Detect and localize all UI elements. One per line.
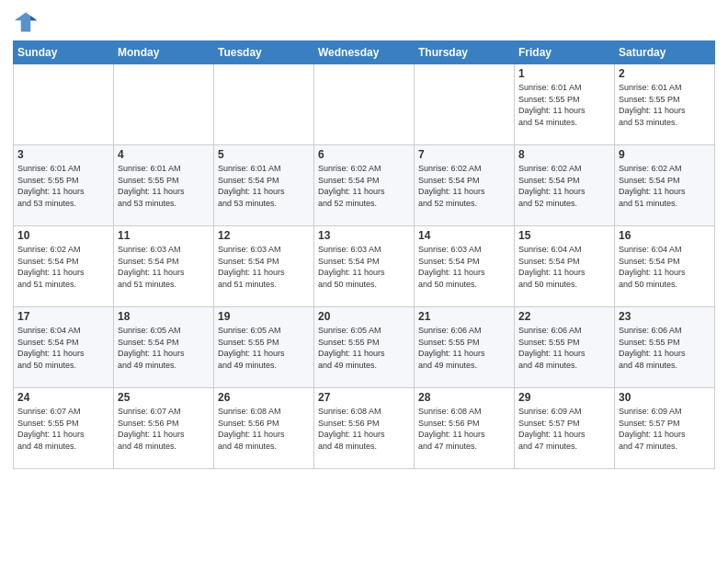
calendar-cell: 8Sunrise: 6:02 AM Sunset: 5:54 PM Daylig… xyxy=(515,145,615,226)
calendar-cell: 29Sunrise: 6:09 AM Sunset: 5:57 PM Dayli… xyxy=(515,388,615,469)
day-info: Sunrise: 6:01 AM Sunset: 5:55 PM Dayligh… xyxy=(619,82,711,128)
weekday-header: Wednesday xyxy=(314,41,415,64)
day-info: Sunrise: 6:03 AM Sunset: 5:54 PM Dayligh… xyxy=(418,244,510,290)
calendar-cell: 20Sunrise: 6:05 AM Sunset: 5:55 PM Dayli… xyxy=(314,307,415,388)
calendar-cell: 11Sunrise: 6:03 AM Sunset: 5:54 PM Dayli… xyxy=(114,226,214,307)
day-number: 4 xyxy=(118,148,210,161)
day-number: 15 xyxy=(518,229,610,242)
day-info: Sunrise: 6:03 AM Sunset: 5:54 PM Dayligh… xyxy=(318,244,410,290)
day-number: 12 xyxy=(218,229,310,242)
calendar-cell xyxy=(415,64,515,145)
calendar-cell: 22Sunrise: 6:06 AM Sunset: 5:55 PM Dayli… xyxy=(515,307,615,388)
day-info: Sunrise: 6:08 AM Sunset: 5:56 PM Dayligh… xyxy=(318,406,410,452)
day-number: 2 xyxy=(619,67,711,80)
day-info: Sunrise: 6:04 AM Sunset: 5:54 PM Dayligh… xyxy=(619,244,711,290)
calendar-cell: 15Sunrise: 6:04 AM Sunset: 5:54 PM Dayli… xyxy=(515,226,615,307)
day-info: Sunrise: 6:04 AM Sunset: 5:54 PM Dayligh… xyxy=(17,325,109,371)
weekday-header: Monday xyxy=(114,41,214,64)
day-number: 23 xyxy=(619,310,711,323)
day-info: Sunrise: 6:01 AM Sunset: 5:55 PM Dayligh… xyxy=(118,163,210,209)
day-info: Sunrise: 6:02 AM Sunset: 5:54 PM Dayligh… xyxy=(619,163,711,209)
day-info: Sunrise: 6:01 AM Sunset: 5:54 PM Dayligh… xyxy=(218,163,310,209)
day-number: 29 xyxy=(518,391,610,404)
day-number: 18 xyxy=(118,310,210,323)
calendar-cell: 19Sunrise: 6:05 AM Sunset: 5:55 PM Dayli… xyxy=(214,307,314,388)
day-number: 16 xyxy=(619,229,711,242)
day-number: 5 xyxy=(218,148,310,161)
day-number: 19 xyxy=(218,310,310,323)
calendar-cell xyxy=(314,64,415,145)
calendar-header-row: SundayMondayTuesdayWednesdayThursdayFrid… xyxy=(14,41,715,64)
day-number: 20 xyxy=(318,310,410,323)
header xyxy=(13,9,715,35)
day-number: 26 xyxy=(218,391,310,404)
day-info: Sunrise: 6:09 AM Sunset: 5:57 PM Dayligh… xyxy=(518,406,610,452)
day-number: 25 xyxy=(118,391,210,404)
day-number: 7 xyxy=(418,148,510,161)
day-info: Sunrise: 6:07 AM Sunset: 5:55 PM Dayligh… xyxy=(17,406,109,452)
calendar-cell: 17Sunrise: 6:04 AM Sunset: 5:54 PM Dayli… xyxy=(14,307,114,388)
day-info: Sunrise: 6:01 AM Sunset: 5:55 PM Dayligh… xyxy=(17,163,109,209)
calendar-cell xyxy=(14,64,114,145)
weekday-header: Friday xyxy=(515,41,615,64)
day-number: 13 xyxy=(318,229,410,242)
calendar-week-row: 17Sunrise: 6:04 AM Sunset: 5:54 PM Dayli… xyxy=(14,307,715,388)
calendar-table: SundayMondayTuesdayWednesdayThursdayFrid… xyxy=(13,40,715,469)
calendar-cell: 7Sunrise: 6:02 AM Sunset: 5:54 PM Daylig… xyxy=(415,145,515,226)
calendar-cell: 6Sunrise: 6:02 AM Sunset: 5:54 PM Daylig… xyxy=(314,145,415,226)
day-info: Sunrise: 6:06 AM Sunset: 5:55 PM Dayligh… xyxy=(418,325,510,371)
day-info: Sunrise: 6:08 AM Sunset: 5:56 PM Dayligh… xyxy=(218,406,310,452)
day-info: Sunrise: 6:02 AM Sunset: 5:54 PM Dayligh… xyxy=(418,163,510,209)
calendar-cell: 9Sunrise: 6:02 AM Sunset: 5:54 PM Daylig… xyxy=(615,145,715,226)
day-number: 17 xyxy=(17,310,109,323)
day-info: Sunrise: 6:02 AM Sunset: 5:54 PM Dayligh… xyxy=(518,163,610,209)
day-number: 27 xyxy=(318,391,410,404)
weekday-header: Thursday xyxy=(415,41,515,64)
calendar-cell: 14Sunrise: 6:03 AM Sunset: 5:54 PM Dayli… xyxy=(415,226,515,307)
day-info: Sunrise: 6:04 AM Sunset: 5:54 PM Dayligh… xyxy=(518,244,610,290)
day-info: Sunrise: 6:07 AM Sunset: 5:56 PM Dayligh… xyxy=(118,406,210,452)
calendar-week-row: 3Sunrise: 6:01 AM Sunset: 5:55 PM Daylig… xyxy=(14,145,715,226)
calendar-cell: 10Sunrise: 6:02 AM Sunset: 5:54 PM Dayli… xyxy=(14,226,114,307)
day-info: Sunrise: 6:08 AM Sunset: 5:56 PM Dayligh… xyxy=(418,406,510,452)
day-info: Sunrise: 6:05 AM Sunset: 5:55 PM Dayligh… xyxy=(218,325,310,371)
page: SundayMondayTuesdayWednesdayThursdayFrid… xyxy=(0,0,728,563)
calendar-cell: 25Sunrise: 6:07 AM Sunset: 5:56 PM Dayli… xyxy=(114,388,214,469)
calendar-cell: 30Sunrise: 6:09 AM Sunset: 5:57 PM Dayli… xyxy=(615,388,715,469)
day-number: 9 xyxy=(619,148,711,161)
day-number: 1 xyxy=(518,67,610,80)
day-info: Sunrise: 6:05 AM Sunset: 5:54 PM Dayligh… xyxy=(118,325,210,371)
calendar-cell: 28Sunrise: 6:08 AM Sunset: 5:56 PM Dayli… xyxy=(415,388,515,469)
day-number: 30 xyxy=(619,391,711,404)
day-info: Sunrise: 6:02 AM Sunset: 5:54 PM Dayligh… xyxy=(318,163,410,209)
calendar-cell: 24Sunrise: 6:07 AM Sunset: 5:55 PM Dayli… xyxy=(14,388,114,469)
day-number: 3 xyxy=(17,148,109,161)
weekday-header: Sunday xyxy=(14,41,114,64)
calendar-cell: 5Sunrise: 6:01 AM Sunset: 5:54 PM Daylig… xyxy=(214,145,314,226)
logo-icon xyxy=(13,9,39,35)
calendar-week-row: 24Sunrise: 6:07 AM Sunset: 5:55 PM Dayli… xyxy=(14,388,715,469)
weekday-header: Tuesday xyxy=(214,41,314,64)
day-number: 14 xyxy=(418,229,510,242)
calendar-cell: 3Sunrise: 6:01 AM Sunset: 5:55 PM Daylig… xyxy=(14,145,114,226)
calendar-week-row: 1Sunrise: 6:01 AM Sunset: 5:55 PM Daylig… xyxy=(14,64,715,145)
day-info: Sunrise: 6:01 AM Sunset: 5:55 PM Dayligh… xyxy=(518,82,610,128)
calendar-cell: 18Sunrise: 6:05 AM Sunset: 5:54 PM Dayli… xyxy=(114,307,214,388)
calendar-cell: 2Sunrise: 6:01 AM Sunset: 5:55 PM Daylig… xyxy=(615,64,715,145)
day-number: 11 xyxy=(118,229,210,242)
day-number: 10 xyxy=(17,229,109,242)
calendar-cell xyxy=(114,64,214,145)
day-number: 21 xyxy=(418,310,510,323)
day-info: Sunrise: 6:03 AM Sunset: 5:54 PM Dayligh… xyxy=(218,244,310,290)
calendar-cell: 4Sunrise: 6:01 AM Sunset: 5:55 PM Daylig… xyxy=(114,145,214,226)
calendar-cell: 1Sunrise: 6:01 AM Sunset: 5:55 PM Daylig… xyxy=(515,64,615,145)
calendar-cell: 21Sunrise: 6:06 AM Sunset: 5:55 PM Dayli… xyxy=(415,307,515,388)
calendar-week-row: 10Sunrise: 6:02 AM Sunset: 5:54 PM Dayli… xyxy=(14,226,715,307)
day-number: 24 xyxy=(17,391,109,404)
weekday-header: Saturday xyxy=(615,41,715,64)
day-info: Sunrise: 6:03 AM Sunset: 5:54 PM Dayligh… xyxy=(118,244,210,290)
day-number: 28 xyxy=(418,391,510,404)
day-info: Sunrise: 6:09 AM Sunset: 5:57 PM Dayligh… xyxy=(619,406,711,452)
calendar-cell: 16Sunrise: 6:04 AM Sunset: 5:54 PM Dayli… xyxy=(615,226,715,307)
calendar-cell: 27Sunrise: 6:08 AM Sunset: 5:56 PM Dayli… xyxy=(314,388,415,469)
